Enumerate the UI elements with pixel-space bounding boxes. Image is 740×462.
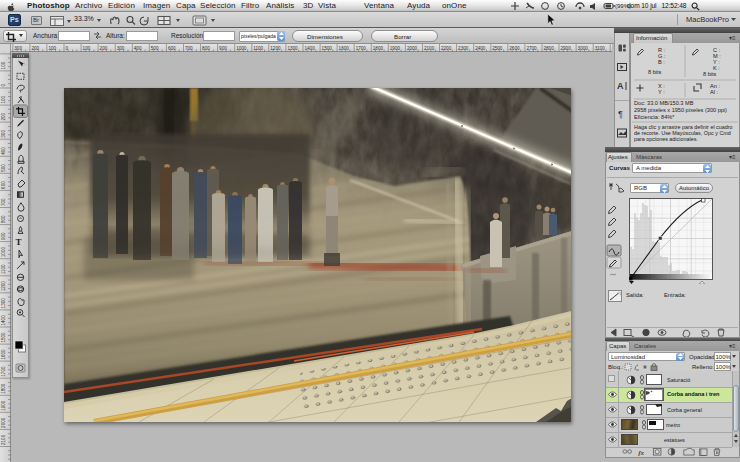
svg-text:500: 500	[151, 46, 159, 51]
svg-text:1800: 1800	[373, 46, 384, 51]
svg-text:500: 500	[1, 164, 6, 172]
svg-text:700: 700	[185, 46, 193, 51]
svg-text:100: 100	[83, 46, 91, 51]
svg-text:¶: ¶	[618, 109, 623, 119]
svg-text:1500: 1500	[322, 46, 333, 51]
svg-text:400: 400	[134, 46, 142, 51]
svg-text:1700: 1700	[356, 46, 367, 51]
svg-text:300: 300	[1, 130, 6, 138]
svg-text:2000: 2000	[407, 46, 418, 51]
svg-text:0: 0	[1, 84, 6, 87]
svg-text:700: 700	[1, 198, 6, 206]
svg-text:2000: 2000	[1, 417, 6, 428]
svg-text:2700: 2700	[526, 46, 537, 51]
svg-text:1800: 1800	[1, 383, 6, 394]
svg-text:para opciones adicionales.: para opciones adicionales.	[634, 136, 698, 142]
svg-text:3100: 3100	[595, 46, 606, 51]
svg-text:8 bits: 8 bits	[648, 69, 662, 75]
svg-text:2300: 2300	[458, 46, 469, 51]
svg-text:1200: 1200	[270, 46, 281, 51]
svg-text:0: 0	[66, 46, 69, 51]
svg-text:2500: 2500	[492, 46, 503, 51]
svg-text:600: 600	[1, 181, 6, 189]
svg-text:300: 300	[117, 46, 125, 51]
svg-text:1100: 1100	[1, 264, 6, 274]
svg-text:200: 200	[1, 112, 6, 120]
svg-text:1700: 1700	[1, 366, 6, 377]
svg-text:Al :: Al :	[710, 89, 719, 95]
svg-text:600: 600	[168, 46, 176, 51]
svg-text:2200: 2200	[441, 46, 452, 51]
svg-text:900: 900	[1, 232, 6, 240]
svg-text:200: 200	[100, 46, 108, 51]
svg-text:T: T	[16, 237, 22, 247]
svg-text:200: 200	[31, 46, 39, 51]
svg-text:1000: 1000	[1, 247, 6, 258]
svg-text:1300: 1300	[1, 298, 6, 309]
svg-text:1200: 1200	[1, 281, 6, 292]
svg-text:1600: 1600	[1, 349, 6, 360]
svg-text:900: 900	[219, 46, 227, 51]
svg-text:1300: 1300	[287, 46, 298, 51]
svg-text:1100: 1100	[253, 46, 263, 51]
svg-text:2900: 2900	[561, 46, 572, 51]
svg-text:2800: 2800	[544, 46, 555, 51]
svg-text:3000: 3000	[578, 46, 589, 51]
svg-text:8 bits: 8 bits	[703, 71, 717, 77]
svg-text:400: 400	[1, 147, 6, 155]
svg-text:2600: 2600	[509, 46, 520, 51]
svg-text:100: 100	[48, 46, 56, 51]
svg-text:A: A	[617, 81, 624, 91]
svg-text:800: 800	[202, 46, 210, 51]
svg-text:2100: 2100	[1, 434, 6, 445]
svg-text:1600: 1600	[339, 46, 350, 51]
svg-text:1000: 1000	[236, 46, 247, 51]
svg-text:1400: 1400	[1, 315, 6, 326]
svg-text:100: 100	[1, 61, 6, 69]
svg-text:1900: 1900	[390, 46, 401, 51]
svg-text:B :: B :	[658, 59, 665, 65]
svg-text:2400: 2400	[475, 46, 486, 51]
svg-text:2958 píxeles x 1950 píxeles (3: 2958 píxeles x 1950 píxeles (300 ppi)	[634, 107, 727, 113]
svg-text:Eficiencia: 84%*: Eficiencia: 84%*	[634, 114, 675, 120]
svg-text:2100: 2100	[424, 46, 435, 51]
svg-text:1900: 1900	[1, 400, 6, 411]
svg-text:800: 800	[1, 215, 6, 223]
svg-text:100: 100	[1, 95, 6, 103]
svg-text:fx: fx	[638, 449, 644, 457]
svg-text:1500: 1500	[1, 332, 6, 343]
svg-text:Doc: 33.0 MB/150.3 MB: Doc: 33.0 MB/150.3 MB	[634, 100, 694, 106]
svg-text:300: 300	[14, 46, 22, 51]
svg-text:Y :: Y :	[658, 89, 665, 95]
svg-text:1400: 1400	[305, 46, 316, 51]
